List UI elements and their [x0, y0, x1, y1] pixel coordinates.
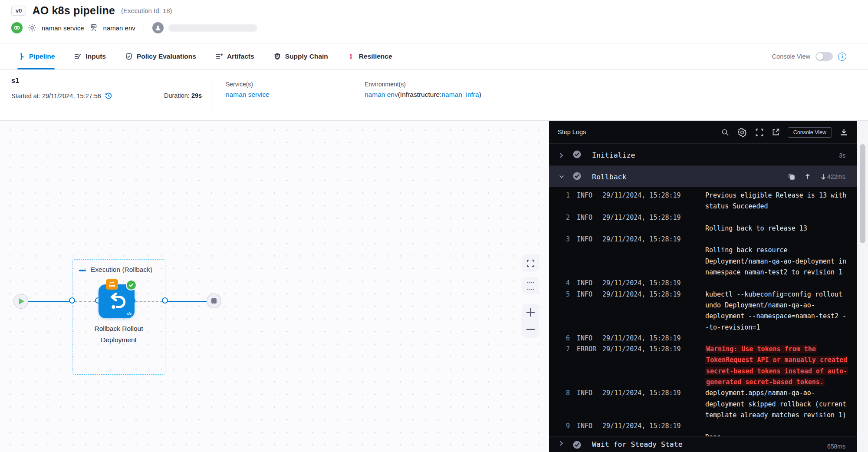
policy-shield-icon [125, 53, 133, 60]
log-section-initialize[interactable]: Initialize 3s [549, 145, 868, 166]
section-duration: 658ms [827, 443, 845, 450]
info-icon[interactable]: i [838, 53, 846, 61]
log-line: deployment --namespace=naman-test2 - [549, 311, 857, 322]
log-line: generated secret-based tokens. [549, 377, 857, 388]
log-line: 2INFO29/11/2024, 15:28:19 [549, 212, 857, 223]
log-line: 9INFO29/11/2024, 15:28:19 [549, 421, 857, 432]
section-success-icon [572, 440, 582, 451]
tab-bar: Pipeline Inputs Policy Evaluations Artif… [0, 43, 868, 69]
user-avatar-icon [152, 22, 164, 33]
log-line: status Succeeded [549, 201, 857, 212]
tab-policy-evaluations[interactable]: Policy Evaluations [125, 43, 196, 69]
collapse-minus-icon[interactable] [79, 270, 86, 271]
step-logs-header: Step Logs Console View [549, 121, 868, 144]
connector-group-right [162, 297, 168, 304]
pipeline-icon [17, 53, 25, 60]
log-line: 8INFO29/11/2024, 15:28:19deployment.apps… [549, 388, 857, 399]
canvas-zoom-controls [522, 304, 539, 338]
log-line: 6INFO29/11/2024, 15:28:19 [549, 333, 857, 344]
version-badge: v0 [11, 6, 26, 16]
fullscreen-corners-icon [526, 259, 535, 267]
rollback-arrow-icon [106, 291, 127, 312]
pipeline-canvas[interactable]: Execution (Rollback) </> Rollback Rollou… [0, 121, 549, 452]
environments-label: Environment(s) [365, 81, 406, 88]
log-search-icon[interactable] [721, 129, 729, 136]
log-fullscreen-icon[interactable] [755, 128, 764, 137]
execution-id: (Execution Id: 18) [121, 7, 172, 14]
tab-supply-chain[interactable]: Supply Chain [273, 43, 328, 69]
zoom-in-button[interactable] [522, 304, 539, 321]
step-success-check-icon [126, 280, 137, 290]
user-email-redacted [168, 24, 257, 32]
download-logs-icon[interactable] [840, 128, 848, 136]
play-icon [19, 298, 24, 304]
open-in-new-icon[interactable] [772, 128, 780, 136]
tab-label: Artifacts [227, 53, 254, 60]
log-line: deployment skipped rollback (current [549, 399, 857, 410]
environment-icon [89, 23, 99, 33]
duration-label: Duration: [164, 92, 191, 99]
service-link[interactable]: naman service [226, 91, 270, 99]
section-success-icon [572, 150, 582, 161]
log-line: undo Deployment/naman-qa-ao- [549, 300, 857, 311]
copy-logs-icon[interactable] [788, 173, 795, 180]
log-line: TokenRequest API or manually created [549, 355, 857, 366]
log-scrollbar-thumb[interactable] [860, 144, 865, 243]
zoom-out-button[interactable] [522, 321, 539, 338]
log-settings-gear-icon[interactable] [737, 127, 747, 138]
infrastructure-link[interactable]: naman_infra [441, 91, 479, 98]
pipeline-end-node[interactable] [207, 294, 221, 308]
log-section-rollback[interactable]: Rollback 422ms [549, 166, 868, 187]
duration-value: 29s [191, 92, 202, 99]
service-gear-icon [27, 23, 37, 33]
marquee-select-icon [527, 282, 534, 290]
services-label: Service(s) [226, 81, 253, 88]
log-section-wait-for-steady-state[interactable]: Wait for Steady State 658ms [549, 436, 868, 452]
log-line: Rolling back resource [549, 245, 857, 256]
log-line: Deployment/naman-qa-ao-deployment in [549, 256, 857, 267]
tab-pipeline[interactable]: Pipeline [17, 43, 55, 69]
section-duration: 422ms [827, 173, 845, 180]
log-line: 1INFO29/11/2024, 15:28:19Previous eligib… [549, 190, 857, 201]
chevron-right-icon[interactable] [559, 440, 565, 446]
chevron-down-icon[interactable] [559, 174, 565, 179]
section-duration: 3s [839, 152, 845, 159]
tab-label: Policy Evaluations [137, 53, 196, 60]
chevron-right-icon[interactable] [559, 152, 565, 158]
scroll-bottom-icon[interactable] [820, 173, 826, 180]
tab-label: Pipeline [29, 53, 55, 60]
log-line: template already matches revision 1) [549, 410, 857, 421]
tab-artifacts[interactable]: Artifacts [215, 43, 254, 69]
log-line: -to-revision=1 [549, 322, 857, 333]
step-logs-title: Step Logs [558, 129, 586, 135]
canvas-select-button[interactable] [522, 277, 539, 294]
tab-resilience[interactable]: Resilience [347, 43, 392, 69]
environment-link[interactable]: naman env [365, 91, 398, 98]
environments-block: Environment(s) naman env(Infrastructure:… [365, 81, 481, 99]
canvas-fullscreen-button[interactable] [522, 254, 539, 272]
log-scrollbar-track[interactable] [857, 121, 868, 452]
services-block: Service(s) naman service [226, 81, 270, 99]
stage-name: s1 [11, 76, 19, 85]
header-divider [144, 22, 144, 33]
code-glyph: </> [126, 312, 132, 316]
console-view-button[interactable]: Console View [788, 127, 832, 138]
tab-inputs[interactable]: Inputs [74, 43, 106, 69]
log-line: 7ERROR29/11/2024, 15:28:19Warning: Use t… [549, 344, 857, 355]
edge-start [28, 301, 69, 302]
history-icon[interactable] [105, 92, 112, 100]
connector-group-left [69, 297, 75, 304]
harness-execution-screen: v0 AO k8s pipeline (Execution Id: 18) na… [0, 0, 868, 452]
console-view-label: Console View [772, 53, 810, 60]
step-logs-panel: Step Logs Console View [549, 121, 868, 452]
step-node-label: Rollback Rollout Deployment [72, 323, 165, 346]
inputs-icon [74, 53, 82, 60]
console-view-toggle[interactable] [815, 52, 833, 61]
cd-module-icon [11, 22, 23, 33]
supply-chain-shield-icon [273, 53, 281, 60]
scroll-top-icon[interactable] [805, 173, 811, 180]
section-name: Wait for Steady State [592, 440, 683, 449]
step-label-line1: Rollback Rollout [72, 323, 165, 334]
pipeline-start-node[interactable] [13, 294, 28, 309]
started-at: Started at: 29/11/2024, 15:27:56 [11, 92, 101, 99]
